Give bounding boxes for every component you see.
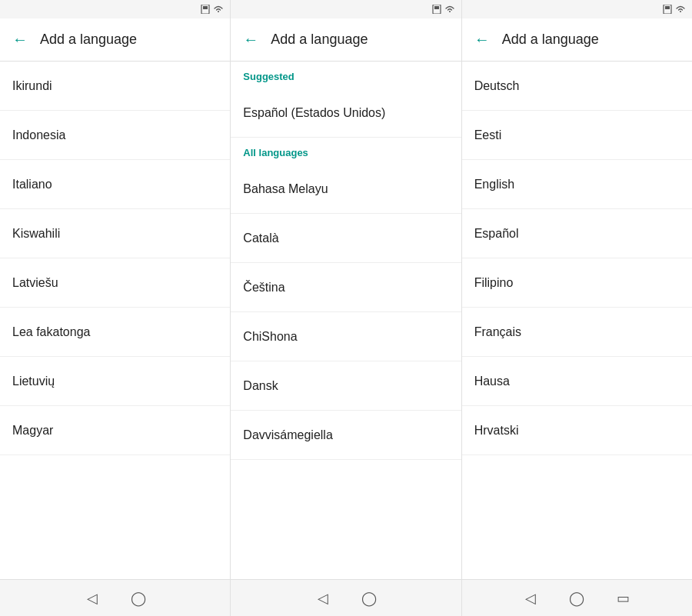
back-nav-btn-1[interactable]: ◁ bbox=[82, 588, 103, 609]
status-panel-3 bbox=[462, 0, 692, 18]
home-nav-btn-3[interactable]: ◯ bbox=[566, 588, 587, 609]
panel-2-title: Add a language bbox=[271, 32, 368, 48]
list-item[interactable]: Bahasa Melayu bbox=[231, 165, 461, 214]
list-item[interactable]: Lea fakatonga bbox=[0, 308, 230, 357]
panel-2-header: ← Add a language bbox=[231, 18, 461, 62]
panel-2-content: Suggested Español (Estados Unidos) All l… bbox=[231, 62, 461, 579]
back-arrow-3[interactable]: ← bbox=[474, 31, 490, 48]
list-item[interactable]: English bbox=[462, 160, 692, 209]
list-item[interactable]: Ikirundi bbox=[0, 62, 230, 111]
all-languages-header: All languages bbox=[231, 138, 461, 165]
panel-1: ← Add a language Ikirundi Indonesia Ital… bbox=[0, 18, 231, 579]
list-item[interactable]: Català bbox=[231, 214, 461, 263]
wifi-icon-1 bbox=[213, 4, 224, 15]
wifi-icon-3 bbox=[675, 4, 686, 15]
sim-icon-1 bbox=[200, 4, 211, 15]
panel-1-title: Add a language bbox=[40, 32, 137, 48]
nav-panel-1: ◁ ◯ bbox=[0, 580, 231, 616]
list-item[interactable]: Dansk bbox=[231, 361, 461, 411]
home-nav-btn-2[interactable]: ◯ bbox=[358, 588, 380, 609]
list-item[interactable]: Kiswahili bbox=[0, 209, 230, 258]
list-item[interactable]: Español (Estados Unidos) bbox=[231, 88, 461, 138]
list-item[interactable]: Latviešu bbox=[0, 258, 230, 308]
list-item[interactable]: Čeština bbox=[231, 263, 461, 312]
svg-rect-1 bbox=[203, 6, 208, 9]
sim-icon-2 bbox=[431, 4, 442, 15]
status-panel-2 bbox=[231, 0, 461, 18]
list-item[interactable]: Español bbox=[462, 209, 692, 258]
panel-1-header: ← Add a language bbox=[0, 18, 230, 62]
nav-bar: ◁ ◯ ◁ ◯ ◁ ◯ ▭ bbox=[0, 579, 692, 616]
list-item[interactable]: Français bbox=[462, 308, 692, 357]
list-item[interactable]: ChiShona bbox=[231, 312, 461, 361]
list-item[interactable]: Deutsch bbox=[462, 62, 692, 111]
svg-rect-3 bbox=[434, 6, 439, 9]
sim-icon-3 bbox=[662, 4, 673, 15]
status-bar bbox=[0, 0, 692, 18]
panel-1-content: Ikirundi Indonesia Italiano Kiswahili La… bbox=[0, 62, 230, 579]
panels-container: ← Add a language Ikirundi Indonesia Ital… bbox=[0, 18, 692, 579]
panel-3-header: ← Add a language bbox=[462, 18, 692, 62]
back-nav-btn-2[interactable]: ◁ bbox=[312, 588, 334, 609]
list-item[interactable]: Lietuvių bbox=[0, 357, 230, 406]
panel-2: ← Add a language Suggested Español (Esta… bbox=[231, 18, 461, 579]
panel-3-title: Add a language bbox=[502, 32, 599, 48]
wifi-icon-2 bbox=[444, 4, 455, 15]
list-item[interactable]: Italiano bbox=[0, 160, 230, 209]
suggested-header: Suggested bbox=[231, 62, 461, 88]
svg-rect-5 bbox=[665, 6, 670, 9]
home-nav-btn-1[interactable]: ◯ bbox=[128, 588, 149, 609]
list-item[interactable]: Magyar bbox=[0, 406, 230, 455]
list-item[interactable]: Filipino bbox=[462, 258, 692, 308]
nav-panel-2: ◁ ◯ bbox=[231, 580, 461, 616]
list-item[interactable]: Davvisámegiella bbox=[231, 411, 461, 460]
panel-3: ← Add a language Deutsch Eesti English E… bbox=[462, 18, 692, 579]
status-panel-1 bbox=[0, 0, 231, 18]
list-item[interactable]: Hausa bbox=[462, 357, 692, 406]
list-item[interactable]: Indonesia bbox=[0, 111, 230, 160]
back-nav-btn-3[interactable]: ◁ bbox=[520, 588, 541, 609]
recents-nav-btn-3[interactable]: ▭ bbox=[612, 588, 634, 609]
list-item[interactable]: Eesti bbox=[462, 111, 692, 160]
list-item[interactable]: Hrvatski bbox=[462, 406, 692, 455]
nav-panel-3: ◁ ◯ ▭ bbox=[462, 580, 692, 616]
panel-3-content: Deutsch Eesti English Español Filipino F… bbox=[462, 62, 692, 579]
back-arrow-1[interactable]: ← bbox=[12, 31, 28, 48]
back-arrow-2[interactable]: ← bbox=[243, 31, 258, 48]
